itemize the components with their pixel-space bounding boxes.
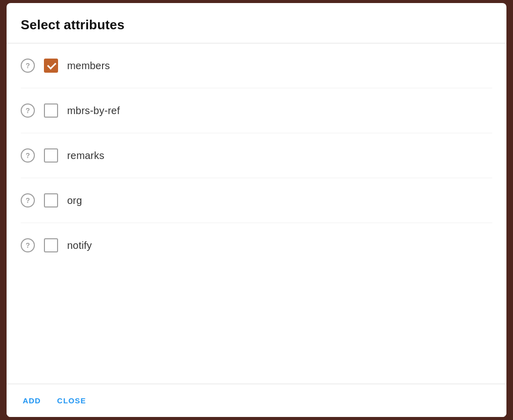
dialog-body: ? members ? mbrs-by-ref ? (7, 43, 506, 384)
close-button[interactable]: CLOSE (55, 392, 88, 409)
dialog-footer: ADD CLOSE (7, 384, 506, 417)
add-button[interactable]: ADD (21, 392, 43, 409)
attribute-item-mbrs-by-ref: ? mbrs-by-ref (21, 88, 492, 133)
attribute-item-org: ? org (21, 178, 492, 223)
checkbox-notify[interactable] (44, 238, 58, 252)
attribute-label-org: org (67, 195, 82, 206)
help-icon-org[interactable]: ? (21, 193, 35, 207)
modal-overlay: Select attributes ? members ? mbrs-by-re (0, 0, 513, 420)
dialog-header: Select attributes (7, 3, 506, 43)
attribute-item-remarks: ? remarks (21, 133, 492, 178)
help-icon-notify[interactable]: ? (21, 238, 35, 252)
help-icon-remarks[interactable]: ? (21, 148, 35, 163)
select-attributes-dialog: Select attributes ? members ? mbrs-by-re (7, 3, 506, 417)
dialog-title: Select attributes (21, 17, 492, 33)
attribute-item-notify: ? notify (21, 223, 492, 268)
help-icon-members[interactable]: ? (21, 59, 35, 73)
attribute-item-members: ? members (21, 43, 492, 88)
checkbox-remarks[interactable] (44, 148, 58, 163)
checkbox-mbrs-by-ref[interactable] (44, 103, 58, 118)
attribute-label-remarks: remarks (67, 150, 105, 162)
checkbox-members[interactable] (44, 59, 58, 73)
help-icon-mbrs-by-ref[interactable]: ? (21, 103, 35, 118)
attribute-label-members: members (67, 60, 110, 72)
attribute-label-mbrs-by-ref: mbrs-by-ref (67, 105, 120, 117)
checkbox-org[interactable] (44, 193, 58, 207)
attribute-label-notify: notify (67, 240, 92, 251)
